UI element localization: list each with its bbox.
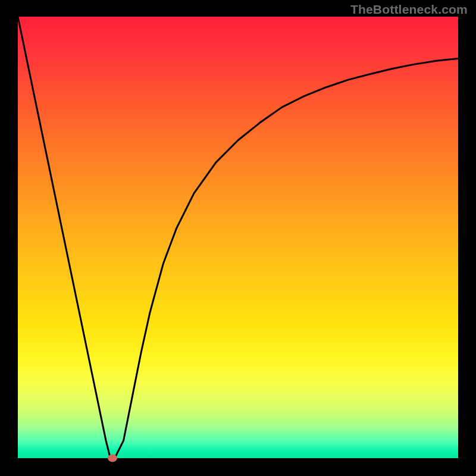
watermark-label: TheBottleneck.com (350, 2, 468, 17)
curve-svg (18, 17, 458, 458)
chart-frame: TheBottleneck.com (0, 0, 476, 476)
bottleneck-curve-path (18, 17, 458, 458)
optimal-point-marker (108, 455, 117, 462)
plot-area (18, 17, 458, 458)
